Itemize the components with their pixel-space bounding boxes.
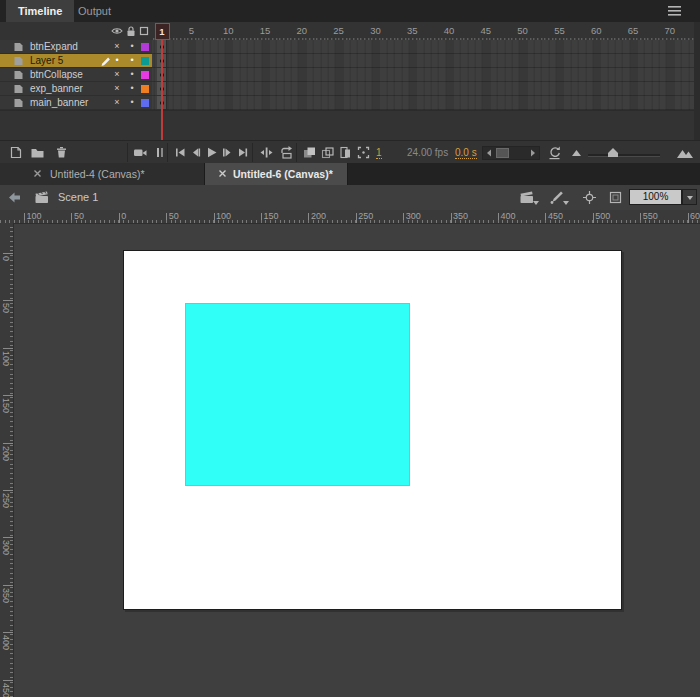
layer-lock-toggle[interactable]: • xyxy=(125,40,139,54)
scroll-left-icon[interactable] xyxy=(483,147,495,159)
layer-outline-color-swatch[interactable] xyxy=(141,57,149,65)
ruler-label: 250 xyxy=(358,211,373,221)
layer-outline-color-swatch[interactable] xyxy=(141,43,149,51)
layer-outline-color-swatch[interactable] xyxy=(141,71,149,79)
layer-row-main_banner[interactable]: main_banner×• xyxy=(0,96,152,110)
ruler-label: 600 xyxy=(690,211,700,221)
layer-row-exp_banner[interactable]: exp_banner×• xyxy=(0,82,152,96)
center-stage-button[interactable] xyxy=(582,190,597,205)
new-layer-button[interactable] xyxy=(8,145,23,160)
go-to-last-frame-button[interactable] xyxy=(236,145,251,160)
ruler-tick xyxy=(3,300,13,301)
document-tab-untitled-6[interactable]: Untitled-6 (Canvas)* xyxy=(205,163,348,185)
timeline-layer-frames-row[interactable] xyxy=(152,68,694,82)
tab-output[interactable]: Output xyxy=(66,0,123,22)
reset-timeline-zoom-button[interactable] xyxy=(547,145,562,160)
close-icon[interactable] xyxy=(218,169,227,178)
layer-header xyxy=(0,22,152,40)
ruler-label: 100 xyxy=(27,211,42,221)
frame-number-ruler[interactable]: 510152025303540455055606570 xyxy=(152,22,694,40)
layer-page-icon xyxy=(13,56,24,66)
layer-visibility-toggle[interactable]: • xyxy=(110,54,124,68)
current-frame-value[interactable]: 1 xyxy=(376,147,382,159)
ruler-label: 400 xyxy=(501,211,516,221)
ruler-tick xyxy=(403,213,404,223)
show-hide-all-icon[interactable] xyxy=(111,25,123,37)
modify-markers-button[interactable] xyxy=(356,145,371,160)
ruler-label: 450 xyxy=(1,683,11,697)
frame-size-slider-track[interactable] xyxy=(588,154,660,157)
panel-menu-icon[interactable] xyxy=(664,5,684,17)
elapsed-time-value[interactable]: 0.0 s xyxy=(455,147,477,159)
layer-visibility-toggle[interactable]: × xyxy=(110,82,124,96)
edit-multiple-frames-button[interactable] xyxy=(338,145,353,160)
layer-row-Layer 5[interactable]: Layer 5•• xyxy=(0,54,152,68)
layer-visibility-toggle[interactable]: × xyxy=(110,40,124,54)
document-tab-bar: Untitled-4 (Canvas)* Untitled-6 (Canvas)… xyxy=(0,163,700,185)
layer-row-btnExpand[interactable]: btnExpand×• xyxy=(0,40,152,54)
frame-size-slider-thumb[interactable] xyxy=(608,148,618,157)
document-tab-untitled-4[interactable]: Untitled-4 (Canvas)* xyxy=(0,163,205,185)
frame-rate-value[interactable]: 24.00 fps xyxy=(407,147,448,158)
clip-content-button[interactable] xyxy=(608,190,623,205)
go-to-first-frame-button[interactable] xyxy=(173,145,188,160)
ruler-label: 150 xyxy=(1,398,11,413)
camera-button[interactable] xyxy=(133,145,148,160)
step-back-button[interactable] xyxy=(189,145,204,160)
horizontal-ruler[interactable]: 1005005010015020025030035040045050055060… xyxy=(0,210,700,224)
scene-label[interactable]: Scene 1 xyxy=(58,191,98,203)
new-folder-button[interactable] xyxy=(30,145,45,160)
loop-button[interactable] xyxy=(279,145,294,160)
scroll-right-icon[interactable] xyxy=(527,147,539,159)
layer-visibility-toggle[interactable]: × xyxy=(110,68,124,82)
workspace[interactable]: 1005005010015020025030035040045050055060… xyxy=(0,210,700,697)
ruler-tick xyxy=(24,213,25,223)
timeline-panel: btnExpand×•Layer 5••btnCollapse×•exp_ban… xyxy=(0,22,700,164)
ruler-label: 0 xyxy=(121,211,126,221)
layer-lock-toggle[interactable]: • xyxy=(125,82,139,96)
ruler-label: 200 xyxy=(311,211,326,221)
stage-canvas[interactable] xyxy=(123,250,622,610)
step-forward-button[interactable] xyxy=(220,145,235,160)
vertical-ruler[interactable]: 050100150200250300350400450 xyxy=(0,223,14,697)
zoom-level-input[interactable]: 100% xyxy=(629,189,682,205)
zoom-in-frames-icon[interactable] xyxy=(676,147,691,162)
close-icon[interactable] xyxy=(33,169,42,178)
layer-lock-toggle[interactable]: • xyxy=(125,96,139,110)
ruler-label: 50 xyxy=(1,303,11,313)
layer-lock-toggle[interactable]: • xyxy=(125,68,139,82)
scrollbar-thumb[interactable] xyxy=(496,148,509,158)
layer-row-btnCollapse[interactable]: btnCollapse×• xyxy=(0,68,152,82)
timeline-toolbar: 1 24.00 fps 0.0 s xyxy=(0,140,700,164)
onion-skin-outlines-button[interactable] xyxy=(320,145,335,160)
center-frame-button[interactable] xyxy=(259,145,274,160)
layer-lock-toggle[interactable]: • xyxy=(125,54,139,68)
cyan-rectangle-shape[interactable] xyxy=(185,303,410,486)
playhead-marker[interactable]: 1 xyxy=(155,23,170,40)
delete-layer-button[interactable] xyxy=(54,145,69,160)
frame-number-label: 30 xyxy=(364,25,386,36)
layer-visibility-toggle[interactable]: × xyxy=(110,96,124,110)
timeline-layer-frames-row[interactable] xyxy=(152,96,694,110)
timeline-horizontal-scrollbar[interactable] xyxy=(482,146,540,160)
edit-symbols-button[interactable] xyxy=(549,190,564,205)
playhead-line[interactable] xyxy=(161,40,163,140)
onion-skin-button[interactable] xyxy=(302,145,317,160)
layer-outline-color-swatch[interactable] xyxy=(141,99,149,107)
edit-scene-button[interactable] xyxy=(519,190,534,205)
zoom-out-frames-icon[interactable] xyxy=(571,149,586,164)
layer-page-icon xyxy=(13,70,24,80)
timeline-layer-frames-row[interactable] xyxy=(152,54,694,68)
timeline-layer-frames-row[interactable] xyxy=(152,40,694,54)
layer-outline-color-swatch[interactable] xyxy=(141,85,149,93)
outline-all-icon[interactable] xyxy=(138,25,150,37)
back-arrow-icon[interactable] xyxy=(8,191,23,206)
ruler-label: 400 xyxy=(1,635,11,650)
tab-timeline[interactable]: Timeline xyxy=(6,0,74,22)
zoom-level-dropdown[interactable] xyxy=(682,189,697,205)
ruler-tick xyxy=(166,213,167,223)
frames-grid[interactable] xyxy=(152,40,694,110)
lock-all-icon[interactable] xyxy=(125,25,137,37)
timeline-layer-frames-row[interactable] xyxy=(152,82,694,96)
play-button[interactable] xyxy=(204,145,219,160)
